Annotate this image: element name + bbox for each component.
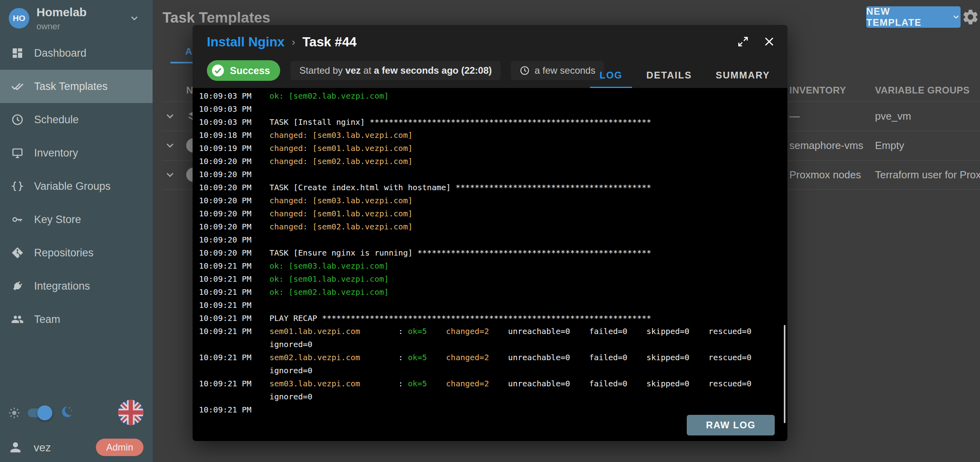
log-message: changed: [sem03.lab.vezpi.com] — [269, 129, 785, 142]
log-line: 10:09:20 PMchanged: [sem01.lab.vezpi.com… — [199, 207, 787, 220]
log-message: ok: [sem03.lab.vezpi.com] — [269, 260, 785, 273]
task-modal-header: Install Nginx › Task #44 Success Started… — [193, 25, 787, 88]
log-line: 10:09:19 PMchanged: [sem01.lab.vezpi.com… — [199, 142, 787, 155]
log-timestamp: 10:09:20 PM — [199, 246, 269, 260]
log-timestamp: 10:09:03 PM — [199, 103, 269, 116]
template-link[interactable]: Install Nginx — [207, 34, 285, 50]
log-line: 10:09:20 PM — [199, 233, 787, 246]
git-icon — [11, 246, 24, 259]
log-timestamp: 10:09:21 PM — [199, 260, 269, 273]
log-timestamp: 10:09:21 PM — [199, 273, 269, 286]
raw-log-button[interactable]: RAW LOG — [687, 415, 775, 435]
log-message: ok: [sem02.lab.vezpi.com] — [269, 286, 785, 299]
log-line: 10:09:21 PMok: [sem02.lab.vezpi.com] — [199, 286, 787, 299]
log-line: 10:09:03 PM — [199, 103, 787, 116]
expand-icon[interactable] — [737, 35, 749, 48]
started-by-chip: Started by vez at a few seconds ago (22:… — [290, 61, 501, 80]
log-line: 10:09:18 PMchanged: [sem03.lab.vezpi.com… — [199, 129, 787, 142]
log-line: 10:09:03 PMok: [sem02.lab.vezpi.com] — [199, 90, 787, 103]
log-timestamp: 10:09:20 PM — [199, 181, 269, 194]
column-header-inventory[interactable]: INVENTORY — [789, 85, 846, 96]
sidebar-item-inventory[interactable]: Inventory — [0, 136, 153, 170]
log-timestamp: 10:09:21 PM — [199, 312, 269, 325]
log-timestamp: 10:09:21 PM — [199, 286, 269, 299]
clock-icon — [520, 65, 530, 76]
log-scrollbar[interactable] — [784, 325, 785, 423]
sidebar-item-schedule[interactable]: Schedule — [0, 103, 153, 136]
column-header-variable-groups[interactable]: VARIABLE GROUPS — [875, 85, 970, 96]
row-expand-chevron-icon[interactable] — [164, 110, 176, 122]
log-line: 10:09:20 PMchanged: [sem02.lab.vezpi.com… — [199, 155, 787, 168]
log-timestamp: 10:09:20 PM — [199, 168, 269, 181]
sidebar-item-repositories[interactable]: Repositories — [0, 236, 153, 269]
log-message: TASK [Ensure nginx is running] *********… — [269, 246, 785, 260]
log-line: 10:09:20 PMTASK [Create index.html with … — [199, 181, 787, 194]
check-circle-icon — [211, 63, 225, 78]
tab-details[interactable]: DETAILS — [634, 70, 704, 88]
team-avatar: HO — [9, 8, 29, 29]
log-message: TASK [Create index.html with hostname] *… — [269, 181, 785, 194]
clock-icon — [11, 113, 24, 126]
new-template-button[interactable]: NEW TEMPLATE — [866, 6, 961, 28]
log-line: 10:09:20 PM — [199, 168, 787, 181]
log-message: PLAY RECAP *****************************… — [269, 312, 785, 325]
log-message: TASK [Install nginx] *******************… — [269, 116, 785, 129]
status-badge: Success — [207, 60, 280, 81]
log-line: 10:09:21 PMok: [sem03.lab.vezpi.com] — [199, 260, 787, 273]
log-timestamp: 10:09:19 PM — [199, 142, 269, 155]
log-line: 10:09:21 PMPLAY RECAP ******************… — [199, 312, 787, 325]
sidebar-item-label: Key Store — [34, 214, 81, 226]
log-timestamp: 10:09:20 PM — [199, 155, 269, 168]
log-line: 10:09:21 PMsem03.lab.vezpi.com : ok=5 ch… — [199, 377, 787, 403]
dashboard-icon — [11, 47, 24, 59]
log-message — [269, 168, 785, 181]
close-icon[interactable] — [763, 35, 776, 48]
language-flag-uk[interactable] — [118, 400, 143, 425]
user-name: vez — [34, 441, 51, 454]
log-timestamp: 10:09:21 PM — [199, 351, 269, 377]
tab-log[interactable]: LOG — [588, 70, 634, 88]
log-message: sem03.lab.vezpi.com : ok=5 changed=2 unr… — [269, 377, 785, 403]
task-log-lines: 10:09:03 PMok: [sem02.lab.vezpi.com]10:0… — [199, 90, 787, 416]
theme-toggle[interactable] — [28, 405, 53, 420]
sidebar: HO Homelab owner DashboardTask Templates… — [0, 0, 153, 462]
sidebar-item-label: Variable Groups — [34, 180, 111, 193]
plug-icon — [11, 280, 24, 292]
dark-mode-icon — [59, 404, 74, 419]
log-timestamp: 10:09:03 PM — [199, 90, 269, 103]
log-timestamp: 10:09:20 PM — [199, 207, 269, 220]
row-expand-chevron-icon[interactable] — [164, 139, 176, 151]
log-line: 10:09:21 PMsem02.lab.vezpi.com : ok=5 ch… — [199, 351, 787, 377]
team-role: owner — [36, 21, 60, 32]
sidebar-item-label: Inventory — [34, 147, 78, 159]
log-line: 10:09:20 PMTASK [Ensure nginx is running… — [199, 246, 787, 260]
light-mode-icon — [8, 407, 21, 419]
log-timestamp: 10:09:21 PM — [199, 377, 269, 403]
settings-gear-icon[interactable] — [961, 8, 980, 26]
log-message: sem02.lab.vezpi.com : ok=5 changed=2 unr… — [269, 351, 785, 377]
sidebar-item-task-templates[interactable]: Task Templates — [0, 70, 153, 103]
theme-row — [0, 399, 153, 426]
sidebar-item-variable-groups[interactable]: Variable Groups — [0, 170, 153, 203]
log-message — [269, 299, 785, 312]
log-message — [269, 233, 785, 246]
sidebar-item-key-store[interactable]: Key Store — [0, 203, 153, 236]
tab-summary[interactable]: SUMMARY — [704, 70, 782, 88]
task-log-panel: 10:09:03 PMok: [sem02.lab.vezpi.com]10:0… — [193, 88, 787, 441]
sidebar-item-label: Integrations — [34, 280, 90, 292]
cell-variable-groups: Empty — [875, 139, 904, 152]
sidebar-item-dashboard[interactable]: Dashboard — [0, 36, 153, 70]
breadcrumb-separator: › — [292, 36, 295, 48]
cell-inventory: Proxmox nodes — [789, 169, 861, 181]
sidebar-item-label: Team — [34, 313, 60, 326]
sidebar-item-integrations[interactable]: Integrations — [0, 269, 153, 303]
log-line: 10:09:21 PMsem01.lab.vezpi.com : ok=5 ch… — [199, 325, 787, 351]
user-row[interactable]: vez Admin — [0, 436, 153, 460]
admin-badge: Admin — [96, 439, 143, 456]
log-line: 10:09:20 PMchanged: [sem02.lab.vezpi.com… — [199, 220, 787, 233]
sidebar-item-team[interactable]: Team — [0, 303, 153, 336]
log-message: ok: [sem02.lab.vezpi.com] — [269, 90, 785, 103]
row-expand-chevron-icon[interactable] — [164, 169, 176, 181]
team-switcher[interactable]: HO Homelab owner — [0, 0, 153, 36]
log-message: ok: [sem01.lab.vezpi.com] — [269, 273, 785, 286]
